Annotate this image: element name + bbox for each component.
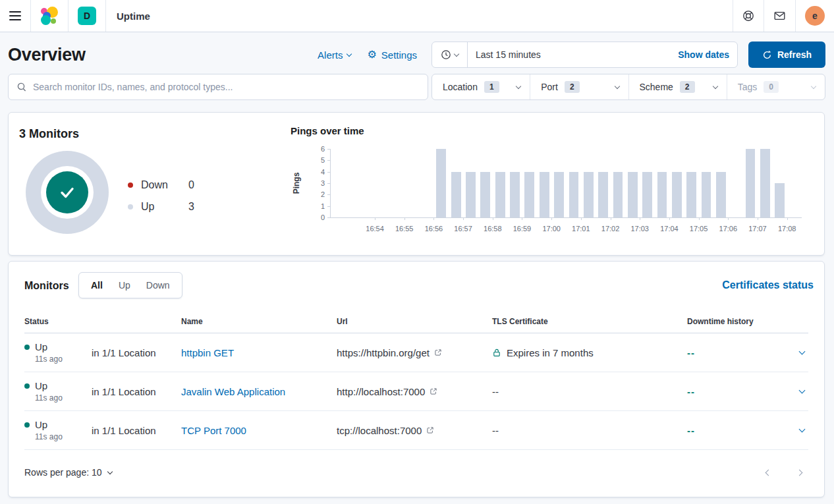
envelope-icon: [773, 10, 786, 22]
status-label: Up: [35, 380, 47, 391]
help-button[interactable]: [733, 0, 764, 32]
newsfeed-button[interactable]: [764, 0, 795, 32]
status-cell: Up 11s ago: [24, 419, 92, 441]
page-toolbar: Overview Alerts ⚙ Settings Last 15 minut…: [8, 41, 825, 69]
chevron-down-icon: [107, 468, 112, 474]
x-axis-tick-label: 17:01: [572, 225, 590, 233]
table-row: Up 11s ago in 1/1 Location TCP Port 7000…: [24, 411, 808, 450]
x-axis-tick-label: 16:55: [395, 225, 414, 233]
monitor-url-link[interactable]: https://httpbin.org/get: [337, 347, 430, 358]
location-cell: in 1/1 Location: [92, 347, 181, 358]
tls-expiry-text: --: [492, 386, 499, 397]
settings-label: Settings: [381, 49, 417, 61]
rows-per-page-button[interactable]: Rows per page: 10: [24, 467, 112, 478]
super-date-picker: Last 15 minutes Show dates: [431, 42, 738, 68]
filter-label: Port: [541, 82, 558, 92]
monitor-url-link[interactable]: http://localhost:7000: [337, 386, 425, 397]
tab-all[interactable]: All: [83, 280, 111, 291]
monitor-name-link[interactable]: Javalin Web Application: [181, 386, 337, 397]
next-page-button[interactable]: [796, 469, 803, 476]
expand-row-button[interactable]: [785, 351, 808, 354]
legend-item-up: Up 3: [128, 199, 194, 215]
expand-row-button[interactable]: [785, 390, 808, 393]
refresh-label: Refresh: [777, 49, 812, 60]
monitor-name-link[interactable]: TCP Port 7000: [181, 425, 337, 436]
page-title: Overview: [8, 45, 86, 65]
y-axis-tick-label: 1: [321, 202, 325, 210]
filter-scheme[interactable]: Scheme 2: [629, 74, 727, 99]
table-row: Up 11s ago in 1/1 Location Javalin Web A…: [24, 372, 808, 411]
chevron-down-icon: [799, 426, 806, 433]
monitor-name-link[interactable]: httpbin GET: [181, 347, 337, 358]
tls-expiry-text: Expires in 7 months: [507, 347, 594, 358]
elastic-home-button[interactable]: [31, 0, 68, 32]
elastic-logo-icon: [40, 7, 59, 25]
alerts-label: Alerts: [318, 49, 343, 61]
user-avatar: e: [805, 6, 825, 26]
table-row: Up 11s ago in 1/1 Location httpbin GET h…: [24, 333, 808, 372]
monitor-search[interactable]: [8, 74, 428, 100]
legend-label: Down: [141, 179, 188, 191]
x-axis-tick-label: 17:06: [719, 225, 738, 233]
search-input[interactable]: [33, 82, 420, 92]
pings-bar: [451, 172, 461, 217]
pings-bar: [495, 172, 505, 217]
x-axis-tick-label: 17:05: [690, 225, 708, 233]
pings-bar: [613, 172, 623, 217]
menu-button[interactable]: [0, 0, 30, 32]
pings-bar: [702, 172, 711, 217]
x-axis-tick-label: 16:57: [454, 225, 472, 233]
up-status-dot-icon: [24, 422, 30, 428]
pings-bar: [569, 172, 579, 217]
pings-chart-title: Pings over time: [291, 125, 364, 136]
url-cell: tcp://localhost:7000: [337, 425, 492, 436]
search-icon: [16, 82, 27, 92]
alerts-menu-button[interactable]: Alerts: [310, 49, 359, 61]
health-indicator: [46, 171, 88, 213]
rows-per-page-label: Rows per page: 10: [24, 467, 102, 478]
col-status: Status: [24, 317, 181, 326]
chevron-down-icon: [799, 349, 806, 355]
tab-up[interactable]: Up: [111, 280, 138, 291]
external-link-icon: [434, 349, 442, 356]
status-label: Up: [35, 419, 47, 430]
monitors-table: Status Name Url TLS Certificate Downtime…: [24, 312, 808, 450]
filter-count-badge: 2: [680, 81, 695, 93]
monitor-url-link[interactable]: tcp://localhost:7000: [337, 425, 422, 436]
quick-select-button[interactable]: [432, 42, 468, 67]
status-cell: Up 11s ago: [24, 380, 92, 403]
tls-expiry-text: --: [492, 425, 499, 436]
pings-y-axis-label: Pings: [292, 173, 301, 194]
x-axis-tick-label: 17:08: [778, 225, 796, 233]
show-dates-button[interactable]: Show dates: [678, 49, 737, 60]
filter-port[interactable]: Port 2: [530, 74, 628, 99]
certificates-status-link[interactable]: Certificates status: [722, 279, 814, 291]
menu-icon: [9, 11, 21, 20]
previous-page-button[interactable]: [765, 469, 772, 476]
pings-bar: [598, 172, 608, 217]
x-axis-tick-label: 16:54: [366, 225, 384, 233]
settings-button[interactable]: ⚙ Settings: [359, 49, 425, 61]
space-selector[interactable]: D: [69, 0, 105, 32]
x-axis-tick-label: 17:00: [542, 225, 561, 233]
pings-bar: [436, 149, 446, 217]
expand-row-button[interactable]: [785, 429, 808, 432]
time-range-value[interactable]: Last 15 minutes: [468, 49, 541, 60]
filter-count-badge: 1: [484, 81, 499, 93]
tab-down[interactable]: Down: [138, 280, 178, 291]
filter-count-badge: 0: [764, 81, 779, 93]
snapshot-card: 3 Monitors Down 0 Up 3 Pings over time P…: [8, 112, 825, 256]
external-link-icon: [430, 387, 437, 395]
refresh-button[interactable]: Refresh: [748, 42, 825, 68]
user-menu-button[interactable]: e: [796, 0, 834, 32]
status-cell: Up 11s ago: [24, 341, 92, 364]
downtime-cell: --: [687, 386, 785, 397]
search-filter-row: Location 1 Port 2 Scheme 2 Tags 0: [8, 74, 825, 100]
pings-bar: [554, 172, 564, 217]
monitors-card: Monitors All Up Down Certificates status…: [8, 261, 825, 497]
filter-tags[interactable]: Tags 0: [727, 74, 825, 99]
legend-value: 3: [188, 201, 194, 213]
legend-label: Up: [141, 201, 188, 213]
monitors-count-title: 3 Monitors: [19, 127, 79, 141]
filter-location[interactable]: Location 1: [432, 74, 530, 99]
